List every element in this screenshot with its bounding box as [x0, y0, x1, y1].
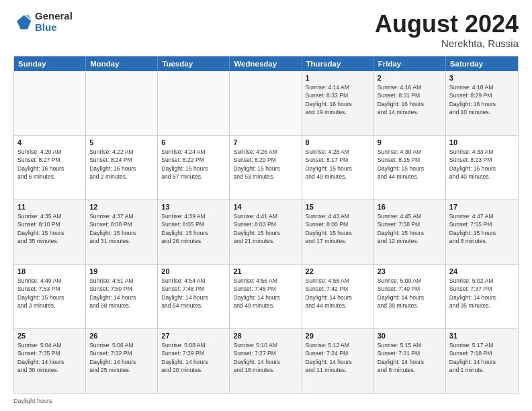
calendar-cell: 14Sunrise: 4:41 AM Sunset: 8:03 PM Dayli…: [230, 200, 302, 264]
calendar-cell: 8Sunrise: 4:28 AM Sunset: 8:17 PM Daylig…: [302, 136, 374, 199]
calendar-cell: 26Sunrise: 5:06 AM Sunset: 7:32 PM Dayli…: [86, 329, 158, 393]
day-number: 19: [89, 267, 154, 275]
calendar-cell: 25Sunrise: 5:04 AM Sunset: 7:35 PM Dayli…: [14, 329, 86, 393]
day-info: Sunrise: 4:56 AM Sunset: 7:45 PM Dayligh…: [233, 277, 298, 310]
footer: Daylight hours: [13, 398, 519, 404]
day-number: 12: [89, 203, 154, 211]
calendar-row: 11Sunrise: 4:35 AM Sunset: 8:10 PM Dayli…: [14, 200, 518, 265]
calendar-cell: 9Sunrise: 4:30 AM Sunset: 8:15 PM Daylig…: [374, 136, 446, 199]
day-info: Sunrise: 4:28 AM Sunset: 8:17 PM Dayligh…: [306, 148, 370, 181]
calendar-cell: 30Sunrise: 5:15 AM Sunset: 7:21 PM Dayli…: [374, 329, 446, 393]
day-info: Sunrise: 5:10 AM Sunset: 7:27 PM Dayligh…: [233, 341, 298, 375]
calendar-cell: 1Sunrise: 4:14 AM Sunset: 8:33 PM Daylig…: [302, 71, 374, 135]
calendar-cell: 2Sunrise: 4:16 AM Sunset: 8:31 PM Daylig…: [374, 71, 446, 135]
calendar-header-cell: Monday: [86, 56, 158, 71]
calendar-cell: 22Sunrise: 4:58 AM Sunset: 7:42 PM Dayli…: [302, 265, 374, 328]
logo-general: General: [35, 11, 73, 22]
day-info: Sunrise: 5:12 AM Sunset: 7:24 PM Dayligh…: [306, 341, 370, 375]
calendar-cell: 19Sunrise: 4:51 AM Sunset: 7:50 PM Dayli…: [86, 265, 158, 328]
day-number: 15: [306, 203, 370, 211]
day-info: Sunrise: 4:39 AM Sunset: 8:05 PM Dayligh…: [161, 212, 226, 246]
calendar-header-cell: Thursday: [302, 56, 374, 71]
calendar-row: 25Sunrise: 5:04 AM Sunset: 7:35 PM Dayli…: [14, 329, 518, 393]
calendar-body: 1Sunrise: 4:14 AM Sunset: 8:33 PM Daylig…: [14, 71, 518, 393]
calendar-cell: 7Sunrise: 4:26 AM Sunset: 8:20 PM Daylig…: [230, 136, 302, 199]
day-info: Sunrise: 4:33 AM Sunset: 8:13 PM Dayligh…: [449, 148, 515, 181]
calendar-cell: 12Sunrise: 4:37 AM Sunset: 8:08 PM Dayli…: [86, 200, 158, 264]
calendar-header-cell: Saturday: [446, 56, 518, 71]
calendar-cell: 6Sunrise: 4:24 AM Sunset: 8:22 PM Daylig…: [158, 136, 230, 199]
day-info: Sunrise: 4:30 AM Sunset: 8:15 PM Dayligh…: [378, 148, 442, 181]
day-number: 5: [89, 138, 154, 146]
day-number: 4: [17, 138, 82, 146]
day-info: Sunrise: 4:26 AM Sunset: 8:20 PM Dayligh…: [233, 148, 298, 181]
calendar-cell: 20Sunrise: 4:54 AM Sunset: 7:48 PM Dayli…: [158, 265, 230, 328]
day-info: Sunrise: 4:22 AM Sunset: 8:24 PM Dayligh…: [89, 148, 154, 181]
day-number: 18: [17, 267, 82, 275]
calendar-row: 1Sunrise: 4:14 AM Sunset: 8:33 PM Daylig…: [14, 71, 518, 136]
calendar-header-cell: Sunday: [14, 56, 86, 71]
day-info: Sunrise: 4:58 AM Sunset: 7:42 PM Dayligh…: [306, 277, 370, 310]
day-number: 23: [378, 267, 442, 275]
calendar-cell: 17Sunrise: 4:47 AM Sunset: 7:55 PM Dayli…: [446, 200, 518, 264]
day-info: Sunrise: 4:37 AM Sunset: 8:08 PM Dayligh…: [89, 212, 154, 246]
day-number: 21: [233, 267, 298, 275]
day-number: 24: [449, 267, 515, 275]
logo-icon: [13, 13, 32, 32]
day-number: 6: [161, 138, 226, 146]
day-number: 17: [449, 203, 515, 211]
calendar: SundayMondayTuesdayWednesdayThursdayFrid…: [13, 56, 519, 394]
day-number: 2: [378, 74, 442, 82]
day-info: Sunrise: 4:54 AM Sunset: 7:48 PM Dayligh…: [161, 277, 226, 310]
calendar-cell: 27Sunrise: 5:08 AM Sunset: 7:29 PM Dayli…: [158, 329, 230, 393]
day-info: Sunrise: 4:20 AM Sunset: 8:27 PM Dayligh…: [17, 148, 82, 181]
calendar-cell: 24Sunrise: 5:02 AM Sunset: 7:37 PM Dayli…: [446, 265, 518, 328]
day-info: Sunrise: 4:49 AM Sunset: 7:53 PM Dayligh…: [17, 277, 82, 310]
day-number: 7: [233, 138, 298, 146]
calendar-header-cell: Tuesday: [158, 56, 230, 71]
day-info: Sunrise: 5:04 AM Sunset: 7:35 PM Dayligh…: [17, 341, 82, 375]
calendar-row: 4Sunrise: 4:20 AM Sunset: 8:27 PM Daylig…: [14, 136, 518, 200]
day-info: Sunrise: 4:35 AM Sunset: 8:10 PM Dayligh…: [17, 212, 82, 246]
title-month: August 2024: [375, 11, 519, 38]
day-number: 16: [378, 203, 442, 211]
day-number: 9: [378, 138, 442, 146]
day-info: Sunrise: 5:00 AM Sunset: 7:40 PM Dayligh…: [378, 277, 442, 310]
day-number: 1: [306, 74, 370, 82]
header: General Blue August 2024 Nerekhta, Russi…: [13, 11, 519, 49]
day-info: Sunrise: 5:15 AM Sunset: 7:21 PM Dayligh…: [378, 341, 442, 375]
calendar-cell: 5Sunrise: 4:22 AM Sunset: 8:24 PM Daylig…: [86, 136, 158, 199]
calendar-cell: 18Sunrise: 4:49 AM Sunset: 7:53 PM Dayli…: [14, 265, 86, 328]
logo-blue: Blue: [35, 22, 73, 34]
day-info: Sunrise: 4:45 AM Sunset: 7:58 PM Dayligh…: [378, 212, 442, 246]
calendar-header-cell: Wednesday: [230, 56, 302, 71]
day-number: 25: [17, 332, 82, 340]
logo: General Blue: [13, 11, 73, 33]
day-info: Sunrise: 4:14 AM Sunset: 8:33 PM Dayligh…: [306, 83, 370, 117]
calendar-cell: 31Sunrise: 5:17 AM Sunset: 7:18 PM Dayli…: [446, 329, 518, 393]
calendar-cell: 4Sunrise: 4:20 AM Sunset: 8:27 PM Daylig…: [14, 136, 86, 199]
day-number: 3: [449, 74, 515, 82]
day-number: 14: [233, 203, 298, 211]
calendar-cell: [86, 71, 158, 135]
day-number: 27: [161, 332, 226, 340]
day-info: Sunrise: 4:51 AM Sunset: 7:50 PM Dayligh…: [89, 277, 154, 310]
day-info: Sunrise: 4:24 AM Sunset: 8:22 PM Dayligh…: [161, 148, 226, 181]
day-info: Sunrise: 4:47 AM Sunset: 7:55 PM Dayligh…: [449, 212, 515, 246]
daylight-label: Daylight hours: [13, 398, 52, 404]
calendar-cell: 16Sunrise: 4:45 AM Sunset: 7:58 PM Dayli…: [374, 200, 446, 264]
day-number: 13: [161, 203, 226, 211]
day-info: Sunrise: 4:16 AM Sunset: 8:31 PM Dayligh…: [378, 83, 442, 117]
day-number: 10: [449, 138, 515, 146]
calendar-cell: 10Sunrise: 4:33 AM Sunset: 8:13 PM Dayli…: [446, 136, 518, 199]
calendar-header: SundayMondayTuesdayWednesdayThursdayFrid…: [14, 56, 518, 71]
calendar-cell: 3Sunrise: 4:18 AM Sunset: 8:29 PM Daylig…: [446, 71, 518, 135]
page: General Blue August 2024 Nerekhta, Russi…: [0, 0, 532, 411]
day-number: 30: [378, 332, 442, 340]
calendar-cell: [14, 71, 86, 135]
calendar-cell: [158, 71, 230, 135]
day-info: Sunrise: 4:41 AM Sunset: 8:03 PM Dayligh…: [233, 212, 298, 246]
day-info: Sunrise: 4:18 AM Sunset: 8:29 PM Dayligh…: [449, 83, 515, 117]
day-info: Sunrise: 5:17 AM Sunset: 7:18 PM Dayligh…: [449, 341, 515, 375]
calendar-row: 18Sunrise: 4:49 AM Sunset: 7:53 PM Dayli…: [14, 265, 518, 329]
